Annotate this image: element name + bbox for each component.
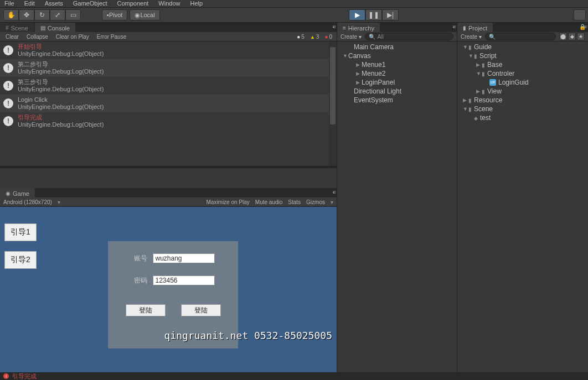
step-button[interactable]: ▶| <box>382 9 399 20</box>
rect-tool[interactable]: ▭ <box>65 9 81 20</box>
move-tool[interactable]: ✥ <box>19 9 34 20</box>
guide1-button[interactable]: 引导1 <box>4 223 37 241</box>
info-icon <box>297 34 300 40</box>
clear-button[interactable]: Clear <box>2 33 22 40</box>
hierarchy-tab-row: ≡Hierarchy ▪≡ <box>337 23 457 32</box>
panel-menu-icon[interactable]: ▪≡ <box>333 24 334 30</box>
hierarchy-item[interactable]: Main Camera <box>337 43 457 51</box>
mute-toggle[interactable]: Mute audio <box>255 199 282 205</box>
create-dropdown[interactable]: Create ▾ <box>341 34 362 40</box>
save-search-icon[interactable]: ★ <box>577 33 585 40</box>
info-count[interactable]: 5 <box>295 34 307 40</box>
game-view: 引导1 引导2 账号 密码 登陆 登陆 qingruanit.net 0532-… <box>0 207 337 372</box>
rotate-tool[interactable]: ↻ <box>34 9 50 20</box>
console-item[interactable]: !开始引导UnityEngine.Debug:Log(Object) <box>0 41 337 59</box>
pause-button[interactable]: ❚❚ <box>365 9 382 20</box>
create-dropdown[interactable]: Create ▾ <box>461 34 482 40</box>
label-icon[interactable]: ◆ <box>568 33 576 40</box>
console-item[interactable]: !第三步引导UnityEngine.Debug:Log(Object) <box>0 77 337 95</box>
log-icon: ! <box>3 98 13 108</box>
hierarchy-item[interactable]: ▶Menue1 <box>337 60 457 69</box>
collapse-button[interactable]: Collapse <box>23 33 51 40</box>
log-icon: ! <box>3 63 13 73</box>
project-toolbar: Create ▾ 🔍 ⬤ ◆ ★ <box>457 32 588 41</box>
login-button-2[interactable]: 登陆 <box>181 304 221 316</box>
local-toggle[interactable]: ◉ Local <box>130 9 159 20</box>
hierarchy-item[interactable]: ▶Menue2 <box>337 69 457 78</box>
tab-console[interactable]: ▤Console <box>35 23 75 32</box>
project-icon: ▮ <box>463 25 466 31</box>
tab-scene[interactable]: #Scene <box>0 23 34 32</box>
console-tab-row: #Scene ▤Console ▪≡ <box>0 23 337 32</box>
tab-project[interactable]: ▮Project <box>457 23 493 32</box>
console-item[interactable]: !引导完成UnityEngine.Debug:Log(Object) <box>0 112 337 130</box>
hierarchy-toolbar: Create ▾ 🔍All <box>337 32 457 41</box>
console-item[interactable]: !第二步引导UnityEngine.Debug:Log(Object) <box>0 59 337 77</box>
project-folder[interactable]: ▼Controler <box>457 69 588 78</box>
error-pause-button[interactable]: Error Pause <box>94 33 130 40</box>
log-icon: ! <box>3 81 13 91</box>
username-input[interactable] <box>153 253 215 263</box>
warn-count[interactable]: 3 <box>308 34 321 40</box>
hand-tool[interactable]: ✋ <box>3 9 19 20</box>
stats-toggle[interactable]: Stats <box>288 199 301 205</box>
console-scrollbar[interactable] <box>329 41 337 166</box>
project-file[interactable]: test <box>457 113 588 122</box>
gizmos-dropdown[interactable]: Gizmos <box>306 199 325 205</box>
hierarchy-item[interactable]: ▶LoginPanel <box>337 78 457 87</box>
warn-icon <box>310 34 315 40</box>
play-button[interactable]: ▶ <box>349 9 365 20</box>
password-input[interactable] <box>153 275 215 285</box>
panel-menu-icon[interactable]: 🔒 ▪≡ <box>579 24 586 30</box>
project-file[interactable]: c#LoginGuid <box>457 78 588 87</box>
menu-edit[interactable]: Edit <box>24 0 35 7</box>
menu-assets[interactable]: Assets <box>45 0 63 7</box>
menu-file[interactable]: File <box>4 0 14 7</box>
pivot-toggle[interactable]: ▪ Pivot <box>102 9 127 20</box>
hierarchy-search[interactable]: 🔍All <box>365 33 453 40</box>
scene-file-icon <box>474 114 480 122</box>
project-folder[interactable]: ▶View <box>457 87 588 96</box>
hierarchy-tree: Main Camera ▼Canvas ▶Menue1 ▶Menue2 ▶Log… <box>337 41 457 106</box>
menu-help[interactable]: Help <box>190 0 203 7</box>
error-count[interactable]: 0 <box>322 34 334 40</box>
project-folder[interactable]: ▶Resource <box>457 96 588 105</box>
menu-component[interactable]: Component <box>117 0 148 7</box>
log-icon: ! <box>3 116 13 126</box>
layers-dropdown[interactable] <box>574 9 586 20</box>
project-search[interactable]: 🔍 <box>485 33 556 40</box>
error-icon <box>324 34 328 40</box>
error-icon: ! <box>3 373 9 379</box>
console-item[interactable]: !Login ClickUnityEngine.Debug:Log(Object… <box>0 95 337 112</box>
project-tree: ▼Guide ▼Script ▶Base ▼Controler c#LoginG… <box>457 41 588 123</box>
tab-hierarchy[interactable]: ≡Hierarchy <box>337 23 380 32</box>
filter-icon[interactable]: ⬤ <box>559 33 567 40</box>
aspect-dropdown[interactable]: Android (1280x720) <box>3 199 52 205</box>
log-icon: ! <box>3 45 13 55</box>
hierarchy-item[interactable]: EventSystem <box>337 96 457 105</box>
guide2-button[interactable]: 引导2 <box>4 251 37 269</box>
login-button-1[interactable]: 登陆 <box>126 304 166 316</box>
panel-menu-icon[interactable]: ▪≡ <box>333 189 334 195</box>
maximize-toggle[interactable]: Maximize on Play <box>206 199 249 205</box>
hierarchy-item[interactable]: Directional Light <box>337 87 457 96</box>
hierarchy-icon: ≡ <box>343 25 346 31</box>
project-folder[interactable]: ▶Base <box>457 60 588 69</box>
menu-gameobject[interactable]: GameObject <box>73 0 107 7</box>
csharp-icon: c# <box>489 79 496 86</box>
menu-window[interactable]: Window <box>158 0 180 7</box>
scene-icon: # <box>6 25 9 31</box>
scale-tool[interactable]: ⤢ <box>50 9 65 20</box>
console-icon: ▤ <box>40 25 45 31</box>
hierarchy-item[interactable]: ▼Canvas <box>337 51 457 60</box>
project-folder[interactable]: ▼Scene <box>457 105 588 113</box>
clear-on-play-button[interactable]: Clear on Play <box>53 33 92 40</box>
password-label: 密码 <box>132 276 147 285</box>
game-toolbar: Android (1280x720)▾ Maximize on Play Mut… <box>0 197 337 207</box>
project-folder[interactable]: ▼Guide <box>457 43 588 51</box>
status-message[interactable]: 引导完成 <box>12 372 37 381</box>
project-folder[interactable]: ▼Script <box>457 51 588 60</box>
panel-menu-icon[interactable]: ▪≡ <box>453 24 455 30</box>
toolbar: ✋ ✥ ↻ ⤢ ▭ ▪ Pivot ◉ Local ▶ ❚❚ ▶| <box>0 7 588 23</box>
tab-game[interactable]: ◉Game <box>0 188 35 197</box>
